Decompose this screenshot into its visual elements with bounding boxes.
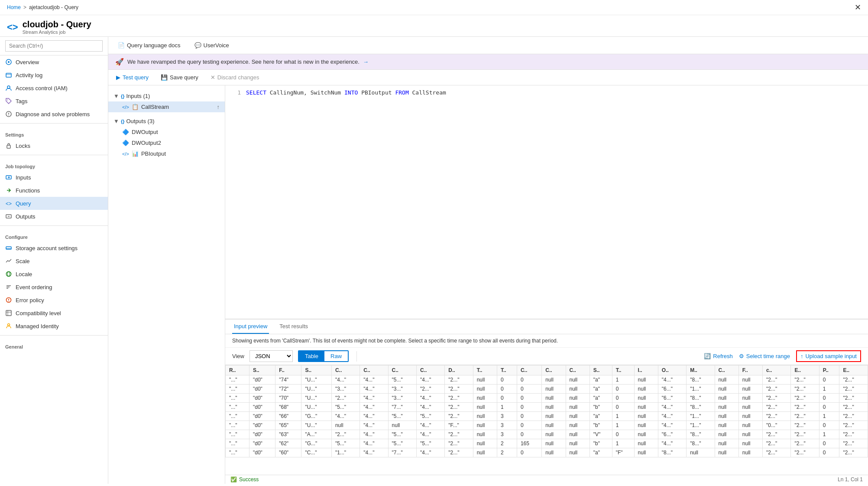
table-header: C..	[715, 365, 738, 375]
code-editor[interactable]: 1 SELECT CallingNum, SwitchNum INTO PBIo…	[225, 85, 868, 319]
results-actions: 🔄 Refresh ⚙ Select time range ↑ Upload s…	[704, 350, 861, 362]
sidebar-item-managed-id[interactable]: Managed Identity	[0, 320, 108, 333]
svg-point-5	[7, 100, 8, 101]
sidebar-item-label: Error policy	[16, 297, 44, 303]
tab-input-preview[interactable]: Input preview	[232, 320, 269, 334]
save-query-button[interactable]: 💾 Save query	[158, 72, 201, 82]
sidebar-item-label: Functions	[16, 187, 40, 194]
sidebar-item-iam[interactable]: Access control (IAM)	[0, 82, 108, 95]
status-bar: ✅ Success Ln 1, Col 1	[225, 475, 868, 484]
sidebar-item-locks[interactable]: Locks	[0, 139, 108, 152]
toggle-raw-button[interactable]: Raw	[324, 351, 348, 361]
table-header: M..	[687, 365, 715, 375]
table-header: S..	[249, 365, 275, 375]
sidebar-item-outputs[interactable]: Outputs	[0, 210, 108, 223]
svg-point-4	[7, 86, 10, 88]
sidebar-item-locale[interactable]: Locale	[0, 267, 108, 281]
table-row: "...""d0""66""G...""4...""4...""5...""5.…	[226, 412, 868, 421]
storage-icon	[5, 245, 12, 251]
discard-changes-button[interactable]: ✕ Discard changes	[208, 72, 262, 82]
table-header: c..	[763, 365, 791, 375]
table-row: "...""d0""70""U...""2...""4...""3...""4.…	[226, 394, 868, 403]
inputs-group-header[interactable]: ▼ {} Inputs (1)	[108, 91, 225, 101]
table-header: C..	[388, 365, 416, 375]
svg-point-18	[8, 272, 10, 277]
table-header: C..	[331, 365, 360, 375]
sidebar: Overview Activity log Access control (IA…	[0, 37, 108, 484]
toggle-table-button[interactable]: Table	[299, 351, 324, 361]
sidebar-item-query[interactable]: <> Query	[0, 197, 108, 210]
refresh-icon: 🔄	[704, 353, 711, 359]
outputs-group: ▼ {} Outputs (3) 🔷 DWOutput 🔷 DWOutput2	[108, 114, 225, 161]
uservoice-button[interactable]: 💬 UserVoice	[192, 40, 232, 50]
table-row: "...""d0""60""C...""1...""4...""7...""4.…	[226, 448, 868, 457]
sidebar-item-label: Storage account settings	[16, 245, 78, 251]
managed-id-icon	[5, 323, 12, 329]
tree-item-dwoutput2[interactable]: 🔷 DWOutput2	[108, 137, 225, 148]
table-header: S..	[301, 365, 331, 375]
upload-icon: ↑	[217, 104, 220, 110]
scale-icon	[5, 258, 12, 264]
sidebar-item-tags[interactable]: Tags	[0, 95, 108, 108]
svg-text:<>: <>	[6, 201, 12, 206]
close-button[interactable]: ✕	[855, 3, 861, 12]
tags-icon	[5, 98, 12, 104]
table-row: "...""d0""65""U..."null"4..."null"4...""…	[226, 421, 868, 430]
query-toolbar: 📄 Query language docs 💬 UserVoice	[108, 37, 868, 54]
functions-icon	[5, 187, 12, 194]
view-select[interactable]: JSON	[249, 350, 293, 362]
sidebar-item-event-ordering[interactable]: Event ordering	[0, 281, 108, 294]
svg-point-17	[6, 272, 11, 277]
docs-icon: 📄	[118, 42, 125, 49]
outputs-group-header[interactable]: ▼ {} Outputs (3)	[108, 116, 225, 127]
search-input[interactable]	[5, 40, 103, 52]
table-header: C..	[542, 365, 566, 375]
status-success: ✅ Success	[230, 476, 259, 483]
sidebar-item-scale[interactable]: Scale	[0, 254, 108, 267]
sidebar-item-label: Tags	[16, 98, 27, 104]
tab-test-results[interactable]: Test results	[278, 320, 310, 334]
tree-item-dwoutput[interactable]: 🔷 DWOutput	[108, 127, 225, 137]
refresh-button[interactable]: 🔄 Refresh	[704, 353, 733, 359]
success-icon: ✅	[230, 476, 237, 483]
sidebar-item-label: Inputs	[16, 174, 31, 181]
upload-sample-input-button[interactable]: ↑ Upload sample input	[796, 350, 861, 362]
tree-item-callstream[interactable]: </> 📋 CallStream ↑	[108, 101, 225, 112]
sidebar-item-functions[interactable]: Functions	[0, 184, 108, 197]
sidebar-item-compat[interactable]: Compatibility level	[0, 307, 108, 320]
table-header: T..	[612, 365, 634, 375]
sidebar-item-overview[interactable]: Overview	[0, 55, 108, 68]
query-icon: <>	[5, 200, 12, 207]
svg-point-24	[8, 301, 9, 302]
sidebar-item-label: Event ordering	[16, 284, 52, 290]
sidebar-item-inputs[interactable]: Inputs	[0, 171, 108, 184]
query-language-docs-button[interactable]: 📄 Query language docs	[115, 40, 183, 50]
sidebar-item-activity-log[interactable]: Activity log	[0, 68, 108, 82]
table-header: C..	[416, 365, 444, 375]
sidebar-item-label: Compatibility level	[16, 310, 61, 316]
tree-item-pbioutput[interactable]: </> 📊 PBIoutput	[108, 148, 225, 159]
sidebar-item-storage[interactable]: Storage account settings	[0, 241, 108, 254]
rocket-icon: 🚀	[115, 58, 124, 66]
code-icon: </>	[122, 104, 129, 110]
svg-rect-15	[6, 247, 11, 249]
sidebar-item-label: Scale	[16, 258, 30, 264]
status-position: Ln 1, Col 1	[838, 476, 863, 483]
table-row: "...""d0""74""U...""4...""4...""5...""4.…	[226, 375, 868, 385]
svg-rect-25	[6, 310, 11, 316]
table-header: F..	[738, 365, 762, 375]
table-header: E..	[839, 365, 868, 375]
test-query-button[interactable]: ▶ Test query	[113, 72, 151, 82]
activity-icon	[5, 72, 12, 78]
pbi-icon: 📊	[132, 150, 139, 157]
sidebar-item-label: Locale	[16, 271, 32, 277]
select-time-button[interactable]: ⚙ Select time range	[739, 353, 790, 359]
sidebar-item-diagnose[interactable]: Diagnose and solve problems	[0, 108, 108, 121]
iam-icon	[5, 85, 12, 91]
table-header: E..	[791, 365, 819, 375]
locale-icon	[5, 271, 12, 277]
results-controls: View JSON Table Raw 🔄	[225, 348, 868, 365]
pbi-code-icon: </>	[122, 151, 129, 157]
sidebar-item-error-policy[interactable]: Error policy	[0, 294, 108, 307]
job-topology-section-header: Job topology	[0, 158, 108, 171]
